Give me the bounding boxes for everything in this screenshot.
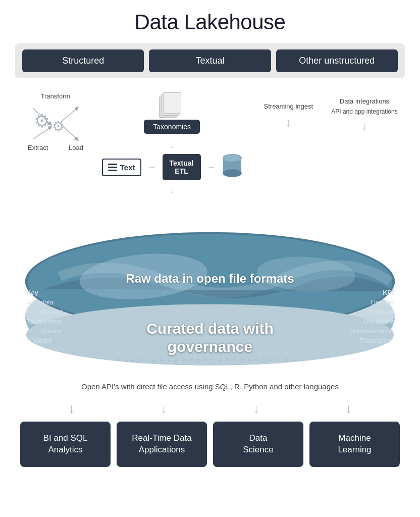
- pattern-row-3: □ ○ △ □ ○ △ □ ○ △ □ ○ △ □ ○ △ □ ○ △ □ ○ …: [20, 357, 400, 362]
- svg-text:⚙: ⚙: [52, 119, 65, 134]
- arrow-datascience: ↓: [216, 401, 297, 417]
- curated-data-label: Curated data withgovernance: [20, 320, 400, 356]
- svg-text:⚙: ⚙: [34, 111, 50, 131]
- card-realtime: Real-Time Data Applications: [117, 422, 207, 467]
- flow-arrow-2: →: [207, 162, 216, 173]
- arrow-bi: ↓: [31, 401, 112, 417]
- curated-area: ○ △ □ ○ △ □ ○ △ □ ○ △ □ ○ △ □ ○ △ □ ○ △ …: [20, 292, 400, 362]
- label-document: Document: [364, 318, 394, 325]
- database-icon: [222, 153, 242, 181]
- integrations-arrow: ↓: [361, 120, 367, 133]
- category-textual: Textual: [149, 49, 271, 72]
- arrow-ml: ↓: [308, 401, 389, 417]
- label-transaction: Transaction: [360, 337, 394, 344]
- card-bi-sql: BI and SQL Analytics: [20, 422, 111, 467]
- textual-down-arrow: ↓: [170, 185, 174, 195]
- left-disk-labels: Key Metadata Record Taxonomies Source Mo…: [26, 289, 62, 344]
- card-ml: Machine Learning: [309, 422, 400, 467]
- transform-label: Transform: [41, 92, 71, 100]
- ingestion-section: Transform: [15, 92, 405, 195]
- label-record: Record: [26, 308, 62, 316]
- open-api-text: Open API's with direct file access using…: [15, 382, 405, 391]
- api-integrations-label: API and app integrations: [331, 108, 397, 116]
- label-taxonomies: Taxonomies: [26, 318, 62, 325]
- right-disk-labels: KPI Lineage Granular Document Summarizat…: [350, 289, 394, 344]
- label-model: Model: [26, 337, 62, 344]
- category-other: Other unstructured: [276, 49, 398, 72]
- page-container: Data Lakehouse Structured Textual Other …: [0, 0, 420, 482]
- categories-row: Structured Textual Other unstructured: [15, 43, 405, 78]
- etl-block: Transform: [20, 92, 91, 151]
- flow-arrow-1: →: [147, 162, 156, 173]
- lake-disk: Raw data in open file formats ○ △ □ ○ △ …: [20, 211, 400, 372]
- text-lines-icon: [108, 164, 117, 171]
- taxonomies-badge: Taxonomies: [144, 120, 200, 134]
- streaming-arrow: ↓: [286, 116, 291, 129]
- textual-etl-block: Taxonomies ↓ Text → Textual: [96, 92, 248, 195]
- label-kpi: KPI: [383, 289, 394, 296]
- text-etl-row: Text → Textual ETL →: [102, 153, 242, 181]
- integrations-block: Data integrations API and app integratio…: [329, 92, 400, 133]
- textual-etl-badge: Textual ETL: [163, 154, 201, 180]
- category-structured: Structured: [22, 49, 144, 72]
- lake-content: Raw data in open file formats ○ △ □ ○ △ …: [20, 211, 400, 372]
- svg-point-9: [223, 154, 241, 162]
- label-key: Key: [26, 289, 62, 296]
- etl-arrows-svg: ⚙ ⚙: [28, 103, 83, 146]
- bottom-arrows-row: ↓ ↓ ↓ ↓: [15, 401, 405, 417]
- svg-point-8: [223, 170, 241, 177]
- text-label: Text: [120, 163, 135, 172]
- arrow-realtime: ↓: [124, 401, 204, 417]
- streaming-block: Streaming ingest ↓: [253, 92, 324, 129]
- data-integrations-label: Data integrations: [340, 97, 389, 106]
- card-data-science: Data Science: [213, 422, 303, 467]
- pattern-row-2: △ □ ○ △ □ ○ △ □ ○ △ □ ○ △ □ ○ △ □ ○ △ □ …: [20, 299, 400, 304]
- raw-data-label: Raw data in open file formats: [126, 272, 294, 286]
- lake-section: Raw data in open file formats ○ △ □ ○ △ …: [20, 211, 400, 372]
- label-source: Source: [26, 327, 62, 335]
- label-summarization: Summarization: [350, 327, 394, 335]
- bottom-cards: BI and SQL Analytics Real-Time Data Appl…: [15, 422, 405, 467]
- label-metadata: Metadata: [26, 298, 62, 306]
- taxonomy-down-arrow: ↓: [170, 140, 174, 150]
- streaming-label: Streaming ingest: [264, 102, 313, 111]
- label-granular: Granular: [368, 308, 394, 316]
- label-lineage: Lineage: [371, 298, 394, 306]
- pattern-row-1: ○ △ □ ○ △ □ ○ △ □ ○ △ □ ○ △ □ ○ △ □ ○ △ …: [20, 292, 400, 297]
- page-title: Data Lakehouse: [15, 10, 405, 34]
